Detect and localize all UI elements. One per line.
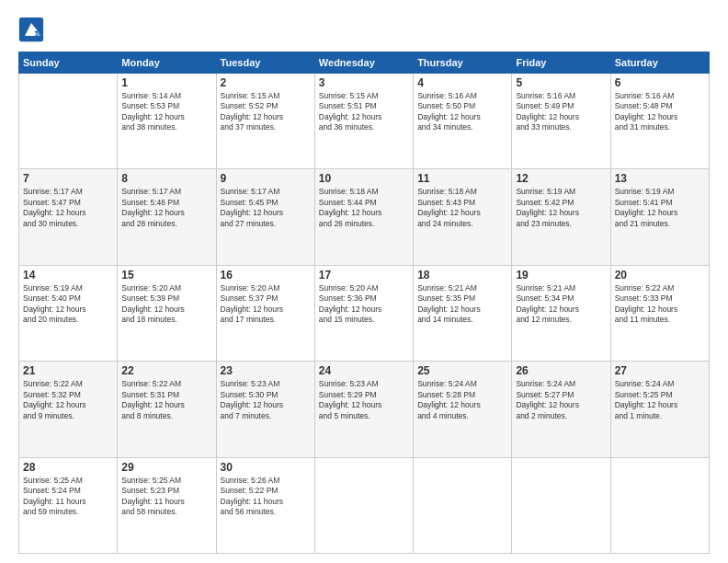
day-number: 1 (121, 76, 211, 89)
day-number: 27 (615, 364, 705, 377)
page: SundayMondayTuesdayWednesdayThursdayFrid… (0, 0, 728, 563)
calendar-cell: 25Sunrise: 5:24 AM Sunset: 5:28 PM Dayli… (414, 362, 512, 457)
calendar-cell: 21Sunrise: 5:22 AM Sunset: 5:32 PM Dayli… (19, 362, 118, 457)
day-number: 23 (221, 364, 311, 377)
day-number: 10 (319, 172, 409, 185)
calendar-cell: 6Sunrise: 5:16 AM Sunset: 5:48 PM Daylig… (610, 74, 709, 169)
calendar-cell: 11Sunrise: 5:18 AM Sunset: 5:43 PM Dayli… (414, 169, 512, 265)
calendar-cell: 26Sunrise: 5:24 AM Sunset: 5:27 PM Dayli… (512, 362, 610, 457)
calendar-cell: 29Sunrise: 5:25 AM Sunset: 5:23 PM Dayli… (118, 457, 216, 553)
cell-info: Sunrise: 5:19 AM Sunset: 5:41 PM Dayligh… (615, 187, 705, 229)
calendar-cell: 14Sunrise: 5:19 AM Sunset: 5:40 PM Dayli… (19, 265, 118, 361)
cell-info: Sunrise: 5:23 AM Sunset: 5:30 PM Dayligh… (221, 379, 311, 421)
weekday-header: Thursday (414, 52, 512, 74)
header (18, 17, 710, 42)
calendar-cell: 17Sunrise: 5:20 AM Sunset: 5:36 PM Dayli… (314, 265, 413, 361)
cell-info: Sunrise: 5:16 AM Sunset: 5:48 PM Dayligh… (615, 91, 705, 133)
calendar-cell: 16Sunrise: 5:20 AM Sunset: 5:37 PM Dayli… (216, 265, 314, 361)
calendar-cell: 4Sunrise: 5:16 AM Sunset: 5:50 PM Daylig… (414, 74, 512, 169)
day-number: 9 (221, 172, 311, 185)
calendar-cell: 1Sunrise: 5:14 AM Sunset: 5:53 PM Daylig… (118, 74, 216, 169)
calendar-cell: 9Sunrise: 5:17 AM Sunset: 5:45 PM Daylig… (216, 169, 314, 265)
day-number: 17 (319, 269, 409, 282)
day-number: 25 (417, 364, 507, 377)
calendar-cell (19, 74, 118, 169)
calendar-cell: 23Sunrise: 5:23 AM Sunset: 5:30 PM Dayli… (216, 362, 314, 457)
day-number: 2 (221, 76, 311, 89)
calendar-cell (414, 457, 512, 553)
cell-info: Sunrise: 5:17 AM Sunset: 5:46 PM Dayligh… (121, 187, 211, 229)
calendar-cell: 8Sunrise: 5:17 AM Sunset: 5:46 PM Daylig… (118, 169, 216, 265)
calendar-cell: 3Sunrise: 5:15 AM Sunset: 5:51 PM Daylig… (314, 74, 413, 169)
day-number: 14 (23, 269, 113, 282)
cell-info: Sunrise: 5:16 AM Sunset: 5:50 PM Dayligh… (417, 91, 507, 133)
calendar-cell: 15Sunrise: 5:20 AM Sunset: 5:39 PM Dayli… (118, 265, 216, 361)
logo (18, 17, 48, 42)
calendar-cell: 20Sunrise: 5:22 AM Sunset: 5:33 PM Dayli… (610, 265, 709, 361)
weekday-header: Saturday (610, 52, 709, 74)
cell-info: Sunrise: 5:24 AM Sunset: 5:27 PM Dayligh… (516, 379, 606, 421)
calendar-row: 28Sunrise: 5:25 AM Sunset: 5:24 PM Dayli… (19, 457, 710, 553)
calendar-cell: 7Sunrise: 5:17 AM Sunset: 5:47 PM Daylig… (19, 169, 118, 265)
calendar-header-row: SundayMondayTuesdayWednesdayThursdayFrid… (19, 52, 710, 74)
calendar-cell: 19Sunrise: 5:21 AM Sunset: 5:34 PM Dayli… (512, 265, 610, 361)
calendar-row: 14Sunrise: 5:19 AM Sunset: 5:40 PM Dayli… (19, 265, 710, 361)
calendar-table: SundayMondayTuesdayWednesdayThursdayFrid… (18, 52, 710, 554)
calendar-row: 21Sunrise: 5:22 AM Sunset: 5:32 PM Dayli… (19, 362, 710, 457)
day-number: 3 (319, 76, 409, 89)
weekday-header: Wednesday (314, 52, 413, 74)
day-number: 18 (417, 269, 507, 282)
cell-info: Sunrise: 5:25 AM Sunset: 5:23 PM Dayligh… (121, 476, 211, 518)
cell-info: Sunrise: 5:17 AM Sunset: 5:45 PM Dayligh… (221, 187, 311, 229)
cell-info: Sunrise: 5:24 AM Sunset: 5:28 PM Dayligh… (417, 379, 507, 421)
calendar-cell: 27Sunrise: 5:24 AM Sunset: 5:25 PM Dayli… (610, 362, 709, 457)
weekday-header: Friday (512, 52, 610, 74)
day-number: 16 (221, 269, 311, 282)
cell-info: Sunrise: 5:20 AM Sunset: 5:36 PM Dayligh… (319, 283, 409, 326)
calendar-cell: 18Sunrise: 5:21 AM Sunset: 5:35 PM Dayli… (414, 265, 512, 361)
calendar-cell: 22Sunrise: 5:22 AM Sunset: 5:31 PM Dayli… (118, 362, 216, 457)
day-number: 20 (615, 269, 705, 282)
calendar-cell: 2Sunrise: 5:15 AM Sunset: 5:52 PM Daylig… (216, 74, 314, 169)
cell-info: Sunrise: 5:21 AM Sunset: 5:35 PM Dayligh… (417, 283, 507, 326)
cell-info: Sunrise: 5:19 AM Sunset: 5:40 PM Dayligh… (23, 283, 113, 326)
day-number: 28 (23, 461, 113, 474)
cell-info: Sunrise: 5:18 AM Sunset: 5:43 PM Dayligh… (417, 187, 507, 229)
cell-info: Sunrise: 5:16 AM Sunset: 5:49 PM Dayligh… (516, 91, 606, 133)
calendar-cell: 24Sunrise: 5:23 AM Sunset: 5:29 PM Dayli… (314, 362, 413, 457)
calendar-cell: 28Sunrise: 5:25 AM Sunset: 5:24 PM Dayli… (19, 457, 118, 553)
weekday-header: Sunday (19, 52, 118, 74)
cell-info: Sunrise: 5:15 AM Sunset: 5:52 PM Dayligh… (221, 91, 311, 133)
day-number: 22 (121, 364, 211, 377)
day-number: 19 (516, 269, 606, 282)
day-number: 12 (516, 172, 606, 185)
day-number: 4 (417, 76, 507, 89)
cell-info: Sunrise: 5:19 AM Sunset: 5:42 PM Dayligh… (516, 187, 606, 229)
cell-info: Sunrise: 5:22 AM Sunset: 5:33 PM Dayligh… (615, 283, 705, 326)
logo-icon (18, 17, 44, 42)
calendar-cell: 12Sunrise: 5:19 AM Sunset: 5:42 PM Dayli… (512, 169, 610, 265)
day-number: 21 (23, 364, 113, 377)
calendar-row: 1Sunrise: 5:14 AM Sunset: 5:53 PM Daylig… (19, 74, 710, 169)
weekday-header: Monday (118, 52, 216, 74)
day-number: 30 (221, 461, 311, 474)
day-number: 11 (417, 172, 507, 185)
cell-info: Sunrise: 5:17 AM Sunset: 5:47 PM Dayligh… (23, 187, 113, 229)
cell-info: Sunrise: 5:22 AM Sunset: 5:32 PM Dayligh… (23, 379, 113, 421)
cell-info: Sunrise: 5:26 AM Sunset: 5:22 PM Dayligh… (221, 476, 311, 518)
cell-info: Sunrise: 5:24 AM Sunset: 5:25 PM Dayligh… (615, 379, 705, 421)
cell-info: Sunrise: 5:20 AM Sunset: 5:39 PM Dayligh… (121, 283, 211, 326)
cell-info: Sunrise: 5:22 AM Sunset: 5:31 PM Dayligh… (121, 379, 211, 421)
cell-info: Sunrise: 5:15 AM Sunset: 5:51 PM Dayligh… (319, 91, 409, 133)
cell-info: Sunrise: 5:23 AM Sunset: 5:29 PM Dayligh… (319, 379, 409, 421)
calendar-cell: 13Sunrise: 5:19 AM Sunset: 5:41 PM Dayli… (610, 169, 709, 265)
calendar-cell (512, 457, 610, 553)
day-number: 26 (516, 364, 606, 377)
calendar-cell (610, 457, 709, 553)
day-number: 29 (121, 461, 211, 474)
day-number: 15 (121, 269, 211, 282)
weekday-header: Tuesday (216, 52, 314, 74)
calendar-cell: 30Sunrise: 5:26 AM Sunset: 5:22 PM Dayli… (216, 457, 314, 553)
cell-info: Sunrise: 5:14 AM Sunset: 5:53 PM Dayligh… (121, 91, 211, 133)
day-number: 24 (319, 364, 409, 377)
